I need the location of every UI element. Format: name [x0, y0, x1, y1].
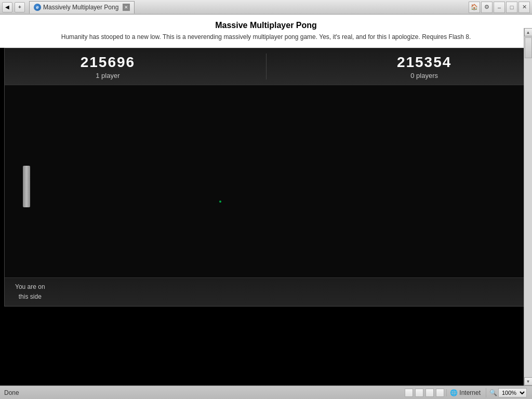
tab-title: Massively Multiplayer Pong — [43, 4, 118, 11]
page-title: Massive Multiplayer Pong — [8, 19, 524, 32]
tab-favicon-icon — [34, 4, 41, 11]
right-score: 215354 — [397, 54, 451, 71]
browser-tab[interactable]: Massively Multiplayer Pong ✕ — [29, 1, 135, 14]
you-are-on-label: You are on this side — [15, 282, 45, 302]
tab-close-button[interactable]: ✕ — [123, 4, 130, 11]
title-bar-left: ◀ + Massively Multiplayer Pong ✕ — [2, 1, 135, 14]
title-bar: ◀ + Massively Multiplayer Pong ✕ 🏠 ⚙ – □… — [0, 0, 532, 15]
zoom-dropdown[interactable]: 100% 75% 125% 150% — [498, 388, 527, 397]
home-nav-button[interactable]: 🏠 — [469, 2, 480, 13]
status-icon-1[interactable] — [405, 389, 413, 397]
left-players: 1 player — [81, 72, 135, 79]
back-button[interactable]: ◀ — [2, 2, 12, 12]
left-score-section: 215696 1 player — [81, 54, 135, 79]
status-bar: Done 🌐 Internet 🔍 100% 75% 125% 150% — [0, 385, 532, 399]
close-button[interactable]: ✕ — [518, 2, 530, 13]
title-bar-right: 🏠 ⚙ – □ ✕ — [469, 2, 530, 13]
scroll-up-button[interactable]: ▲ — [524, 28, 533, 36]
left-score: 215696 — [81, 54, 135, 71]
game-canvas[interactable] — [5, 85, 527, 277]
zoom-icon: 🔍 — [489, 389, 497, 396]
status-icon-2[interactable] — [415, 389, 423, 397]
status-right: 🌐 Internet 🔍 100% 75% 125% 150% — [405, 388, 530, 397]
page-content: Massive Multiplayer Pong Humanity has st… — [0, 15, 532, 48]
right-players: 0 players — [397, 72, 451, 79]
status-icon-4[interactable] — [436, 389, 444, 397]
right-score-section: 215354 0 players — [397, 54, 451, 79]
status-icon-3[interactable] — [425, 389, 434, 397]
status-text: Done — [2, 389, 404, 396]
game-info-bar: You are on this side — [5, 277, 527, 306]
score-divider — [266, 54, 267, 79]
left-paddle — [23, 166, 30, 207]
zoom-control[interactable]: 🔍 100% 75% 125% 150% — [486, 388, 530, 397]
score-board: 215696 1 player 215354 0 players — [5, 48, 527, 85]
ball-small-dot — [219, 201, 221, 203]
zone-label: Internet — [459, 389, 481, 396]
minimize-button[interactable]: – — [494, 2, 505, 13]
scroll-thumb[interactable] — [525, 37, 532, 58]
game-wrapper: 215696 1 player 215354 0 players You are… — [4, 48, 528, 307]
scrollbar[interactable]: ▲ ▼ — [524, 28, 532, 385]
add-tab-button[interactable]: + — [15, 2, 25, 12]
zone-globe-icon: 🌐 — [450, 389, 458, 396]
page-subtitle: Humanity has stooped to a new low. This … — [8, 32, 524, 44]
scroll-down-button[interactable]: ▼ — [524, 377, 533, 385]
maximize-button[interactable]: □ — [506, 2, 517, 13]
status-zone: 🌐 Internet — [446, 389, 484, 396]
settings-button[interactable]: ⚙ — [481, 2, 493, 13]
